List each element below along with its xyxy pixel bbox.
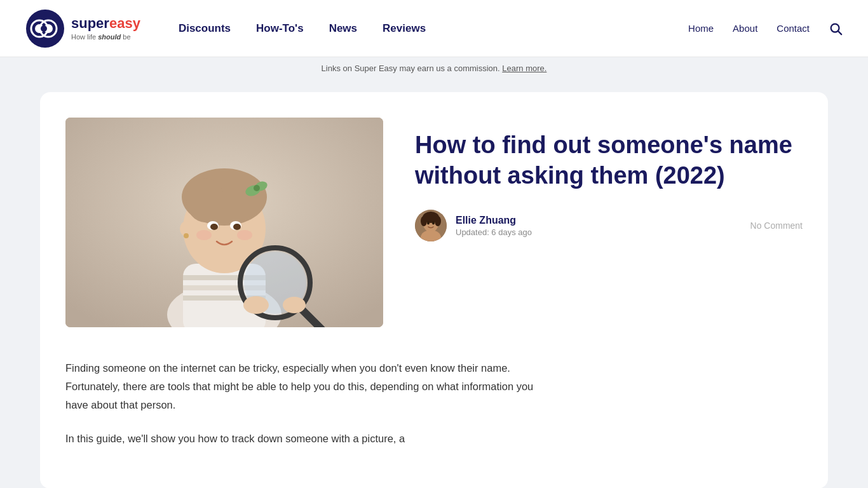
main-nav: Discounts How-To's News Reviews xyxy=(179,22,688,35)
author-details: Ellie Zhuang Updated: 6 days ago xyxy=(456,215,532,237)
svg-point-25 xyxy=(233,224,241,230)
svg-point-5 xyxy=(41,25,47,32)
nav-home[interactable]: Home xyxy=(688,23,714,34)
nav-contact[interactable]: Contact xyxy=(776,23,810,34)
logo-tagline: How life should be xyxy=(71,33,140,41)
svg-line-7 xyxy=(838,31,841,34)
article-hero: How to find out someone's name without a… xyxy=(65,118,803,327)
nav-discounts[interactable]: Discounts xyxy=(179,22,231,35)
svg-point-34 xyxy=(243,296,269,314)
logo-easy-text: easy xyxy=(109,16,140,31)
logo[interactable]: super easy How life should be xyxy=(25,9,140,48)
nav-about[interactable]: About xyxy=(733,23,757,34)
nav-news[interactable]: News xyxy=(329,22,357,35)
no-comment: No Comment xyxy=(750,220,803,231)
search-button[interactable] xyxy=(829,22,843,36)
nav-howtos[interactable]: How-To's xyxy=(256,22,304,35)
author-info: Ellie Zhuang Updated: 6 days ago xyxy=(415,210,532,241)
logo-super-text: super xyxy=(71,16,109,31)
article-body: Finding someone on the internet can be t… xyxy=(65,359,548,448)
notice-text: Links on Super Easy may earn us a commis… xyxy=(322,64,500,73)
author-name: Ellie Zhuang xyxy=(456,215,532,226)
author-date: Updated: 6 days ago xyxy=(456,227,532,237)
article-paragraph-1: Finding someone on the internet can be t… xyxy=(65,359,548,414)
notice-learn-more[interactable]: Learn more. xyxy=(502,64,546,73)
svg-point-26 xyxy=(196,230,212,240)
article-title: How to find out someone's name without a… xyxy=(415,130,803,191)
svg-point-21 xyxy=(254,185,260,191)
svg-point-43 xyxy=(432,222,435,225)
notice-bar: Links on Super Easy may earn us a commis… xyxy=(0,57,868,79)
article-meta: How to find out someone's name without a… xyxy=(415,118,803,241)
main-content: How to find out someone's name without a… xyxy=(21,79,847,488)
author-row: Ellie Zhuang Updated: 6 days ago No Comm… xyxy=(415,210,803,241)
svg-point-42 xyxy=(427,222,430,225)
nav-reviews[interactable]: Reviews xyxy=(383,22,426,35)
article-image xyxy=(65,118,383,327)
svg-point-18 xyxy=(186,178,224,222)
right-nav: Home About Contact xyxy=(688,22,843,36)
article-paragraph-2: In this guide, we'll show you how to tra… xyxy=(65,430,548,448)
search-icon xyxy=(829,22,843,36)
article-card: How to find out someone's name without a… xyxy=(40,92,828,488)
svg-point-40 xyxy=(435,216,441,226)
site-header: super easy How life should be Discounts … xyxy=(0,0,868,57)
svg-point-27 xyxy=(237,230,252,240)
svg-point-35 xyxy=(283,297,306,313)
svg-point-24 xyxy=(210,224,218,230)
svg-point-29 xyxy=(184,233,189,238)
avatar xyxy=(415,210,447,241)
svg-point-39 xyxy=(421,216,427,226)
